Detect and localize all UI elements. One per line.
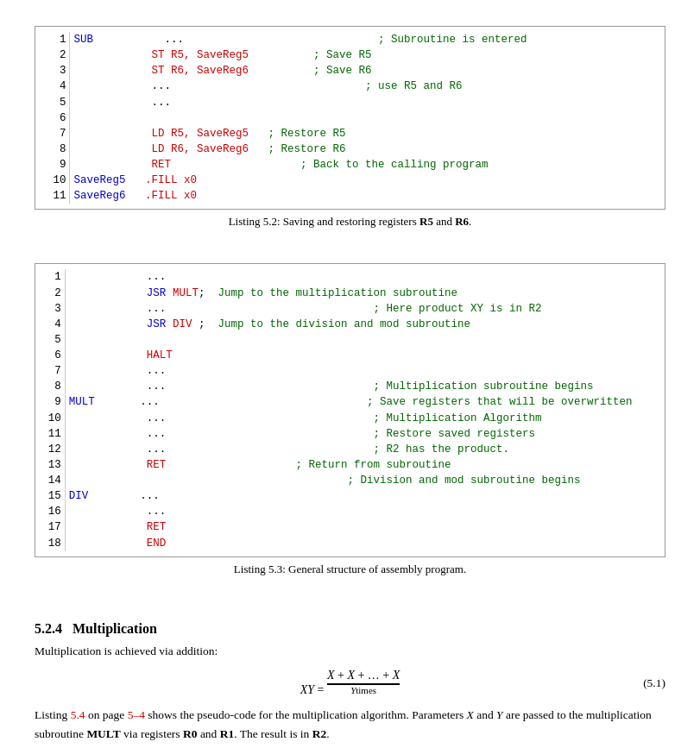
code-line: JSR DIV ; Jump to the division and mod s… — [65, 317, 656, 332]
table-row: 10 SaveReg5 .FILL x0 — [44, 173, 656, 188]
table-row: 11 ... ; Restore saved registers — [44, 426, 656, 442]
table-row: 8 ... ; Multiplication subroutine begins — [44, 379, 656, 394]
line-number: 11 — [44, 188, 70, 204]
section-524-body2: Listing 5.4 on page 5–4 shows the pseudo… — [35, 706, 665, 743]
line-number: 13 — [44, 457, 65, 473]
code-line: ... — [70, 95, 656, 110]
table-row: 4 JSR DIV ; Jump to the division and mod… — [44, 317, 656, 332]
code-line: ... ; Multiplication Algorithm — [65, 411, 656, 426]
table-row: 7 LD R5, SaveReg5 ; Restore R5 — [44, 126, 656, 141]
table-row: 15 DIV ... — [44, 488, 656, 504]
line-number: 10 — [44, 173, 70, 188]
eq51-sum: X + X + … + X — [327, 669, 400, 682]
code-line: RET ; Back to the calling program — [70, 157, 656, 173]
table-row: 8 LD R6, SaveReg6 ; Restore R6 — [44, 141, 656, 157]
listing-53: 1 ... 2 JSR MULT; Jump to the multiplica… — [35, 263, 665, 556]
table-row: 4 ... ; use R5 and R6 — [44, 79, 656, 94]
listing-52: 1 SUB ... ; Subroutine is entered 2 ST R… — [35, 26, 665, 210]
line-number: 8 — [44, 141, 70, 157]
table-row: 6 HALT — [44, 348, 656, 363]
code-line: DIV ... — [65, 488, 656, 504]
line-number: 1 — [44, 32, 70, 47]
line-number: 5 — [44, 332, 65, 348]
table-row: 1 ... — [44, 269, 656, 285]
page-54-link[interactable]: 5–4 — [128, 708, 145, 721]
line-number: 10 — [44, 411, 65, 426]
table-row: 3 ST R6, SaveReg6 ; Save R6 — [44, 63, 656, 79]
code-line: ST R6, SaveReg6 ; Save R6 — [70, 63, 656, 79]
table-row: 2 JSR MULT; Jump to the multiplication s… — [44, 286, 656, 301]
table-row: 6 — [44, 110, 656, 126]
code-line: ... ; Restore saved registers — [65, 426, 656, 442]
code-line: END — [65, 536, 656, 551]
section-524-body1: Multiplication is achieved via addition: — [35, 642, 665, 661]
eq51-underbrace: X + X + … + X Ytimes — [327, 669, 400, 695]
table-row: 3 ... ; Here product XY is in R2 — [44, 301, 656, 317]
code-line: ... — [65, 504, 656, 519]
section-number: 5.2.4 — [35, 621, 62, 636]
code-line: ST R5, SaveReg5 ; Save R5 — [70, 47, 656, 63]
code-line — [65, 332, 656, 348]
table-row: 11 SaveReg6 .FILL x0 — [44, 188, 656, 204]
code-line: LD R6, SaveReg6 ; Restore R6 — [70, 141, 656, 157]
code-line: MULT ... ; Save registers that will be o… — [65, 394, 656, 410]
code-line: RET — [65, 519, 656, 535]
code-line: ... ; use R5 and R6 — [70, 79, 656, 94]
line-number: 18 — [44, 536, 65, 551]
line-number: 9 — [44, 394, 65, 410]
table-row: 9 RET ; Back to the calling program — [44, 157, 656, 173]
code-line: ... ; Multiplication subroutine begins — [65, 379, 656, 394]
table-row: 9 MULT ... ; Save registers that will be… — [44, 394, 656, 410]
table-row: 2 ST R5, SaveReg5 ; Save R5 — [44, 47, 656, 63]
eq51-times-label: times — [356, 685, 376, 695]
line-number: 1 — [44, 269, 65, 285]
table-row: 14 ; Division and mod subroutine begins — [44, 473, 656, 488]
table-row: 16 ... — [44, 504, 656, 519]
listing-54-link[interactable]: 5.4 — [71, 708, 85, 721]
line-number: 11 — [44, 426, 65, 442]
table-row: 1 SUB ... ; Subroutine is entered — [44, 32, 656, 47]
listing-52-table: 1 SUB ... ; Subroutine is entered 2 ST R… — [44, 32, 656, 204]
line-number: 14 — [44, 473, 65, 488]
equation-51: XY = X + X + … + X Ytimes (5.1) — [35, 669, 665, 697]
listing-53-table: 1 ... 2 JSR MULT; Jump to the multiplica… — [44, 269, 656, 550]
line-number: 4 — [44, 79, 70, 94]
line-number: 4 — [44, 317, 65, 332]
code-line: HALT — [65, 348, 656, 363]
table-row: 18 END — [44, 536, 656, 551]
code-line: LD R5, SaveReg5 ; Restore R5 — [70, 126, 656, 141]
line-number: 5 — [44, 95, 70, 110]
table-row: 5 — [44, 332, 656, 348]
line-number: 7 — [44, 363, 65, 379]
table-row: 10 ... ; Multiplication Algorithm — [44, 411, 656, 426]
line-number: 2 — [44, 47, 70, 63]
listing-52-caption: Listing 5.2: Saving and restoring regist… — [35, 215, 665, 229]
code-line: RET ; Return from subroutine — [65, 457, 656, 473]
line-number: 7 — [44, 126, 70, 141]
code-line: SaveReg5 .FILL x0 — [70, 173, 656, 188]
line-number: 3 — [44, 63, 70, 79]
line-number: 15 — [44, 488, 65, 504]
line-number: 3 — [44, 301, 65, 317]
line-number: 16 — [44, 504, 65, 519]
listing-53-caption: Listing 5.3: General structure of assemb… — [35, 563, 665, 576]
code-line — [70, 110, 656, 126]
table-row: 12 ... ; R2 has the product. — [44, 442, 656, 457]
line-number: 6 — [44, 110, 70, 126]
table-row: 5 ... — [44, 95, 656, 110]
code-line: JSR MULT; Jump to the multiplication sub… — [65, 286, 656, 301]
code-line: ; Division and mod subroutine begins — [65, 473, 656, 488]
line-number: 17 — [44, 519, 65, 535]
code-line: ... ; R2 has the product. — [65, 442, 656, 457]
code-line: SUB ... ; Subroutine is entered — [70, 32, 656, 47]
line-number: 9 — [44, 157, 70, 173]
table-row: 13 RET ; Return from subroutine — [44, 457, 656, 473]
code-line: ... ; Here product XY is in R2 — [65, 301, 656, 317]
code-line: ... — [65, 269, 656, 285]
line-number: 2 — [44, 286, 65, 301]
table-row: 7 ... — [44, 363, 656, 379]
code-line: ... — [65, 363, 656, 379]
table-row: 17 RET — [44, 519, 656, 535]
line-number: 8 — [44, 379, 65, 394]
code-line: SaveReg6 .FILL x0 — [70, 188, 656, 204]
